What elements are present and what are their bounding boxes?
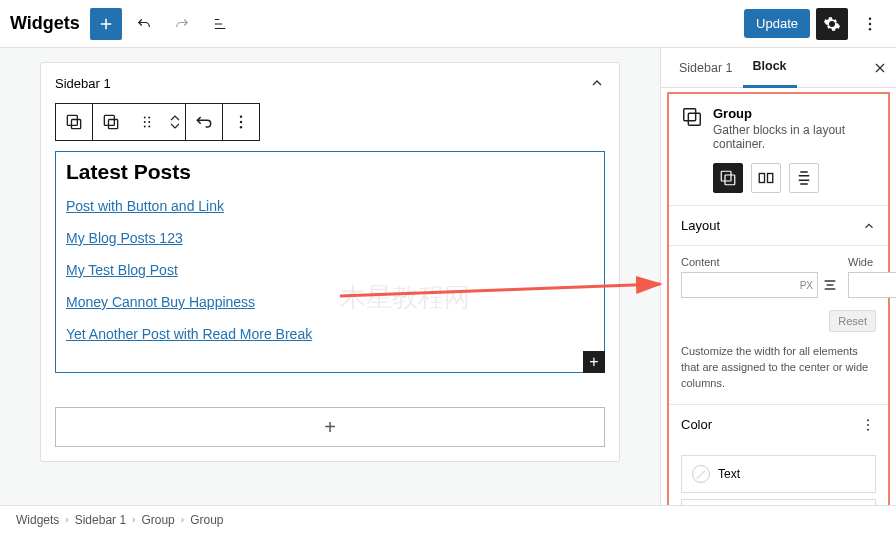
layout-panel-body: Content Wide Reset Customize the width f… [669,246,888,405]
inspector-sidebar: Sidebar 1 Block Group Gather blocks in a… [660,48,896,505]
post-link[interactable]: Money Cannot Buy Happiness [66,294,594,310]
svg-point-12 [148,126,150,128]
post-link[interactable]: My Test Blog Post [66,262,594,278]
topbar-right: Update [744,8,886,40]
more-options-button[interactable] [223,104,259,140]
svg-point-13 [240,116,242,118]
color-panel-body: Text Background [669,445,888,505]
align-button[interactable] [186,104,222,140]
layout-panel-header[interactable]: Layout [669,206,888,246]
svg-point-7 [144,117,146,119]
block-toolbar [55,103,605,141]
widget-area: Sidebar 1 Latest Posts Post with Button … [40,62,620,462]
topbar-left: Widgets [10,8,236,40]
color-text-button[interactable]: Text [681,455,876,493]
group-block[interactable]: Latest Posts Post with Button and Link M… [55,151,605,373]
svg-rect-24 [825,288,836,289]
align-center-icon [822,277,838,293]
widget-area-header[interactable]: Sidebar 1 [41,63,619,103]
content-width-input[interactable] [681,272,818,298]
block-title: Group [713,106,876,121]
variation-row-button[interactable] [751,163,781,193]
more-menu-button[interactable] [854,8,886,40]
svg-point-9 [144,121,146,123]
add-block-button[interactable] [90,8,122,40]
svg-point-8 [148,117,150,119]
crumb[interactable]: Sidebar 1 [75,513,126,527]
svg-rect-23 [827,284,834,285]
svg-rect-19 [725,175,735,185]
svg-point-2 [869,28,871,30]
svg-point-1 [869,22,871,24]
close-sidebar-button[interactable] [872,60,888,76]
tab-widget-area[interactable]: Sidebar 1 [669,48,743,88]
settings-button[interactable] [816,8,848,40]
more-options-icon[interactable] [860,417,876,433]
tab-block[interactable]: Block [743,48,797,88]
drag-handle[interactable] [129,104,165,140]
empty-swatch-icon [692,465,710,483]
svg-rect-18 [721,171,731,181]
svg-rect-17 [688,113,700,125]
svg-rect-5 [104,115,114,125]
svg-point-29 [867,424,869,426]
undo-button[interactable] [128,8,160,40]
parent-block-button[interactable] [56,104,92,140]
content-width-label: Content [681,256,838,268]
move-buttons[interactable] [165,104,185,140]
block-type-button[interactable] [93,104,129,140]
svg-point-30 [867,428,869,430]
svg-rect-21 [768,174,773,183]
layout-panel-title: Layout [681,218,720,233]
svg-point-28 [867,419,869,421]
chevron-up-icon [589,75,605,91]
list-view-button[interactable] [204,8,236,40]
reset-button[interactable]: Reset [829,310,876,332]
update-button[interactable]: Update [744,9,810,38]
color-panel-header[interactable]: Color [669,405,888,445]
add-block-appender[interactable]: + [55,407,605,447]
redo-button[interactable] [166,8,198,40]
wide-width-input[interactable] [848,272,896,298]
crumb[interactable]: Group [141,513,174,527]
crumb[interactable]: Group [190,513,223,527]
variation-picker [713,163,876,193]
crumb[interactable]: Widgets [16,513,59,527]
inspector-highlighted-area: Group Gather blocks in a layout containe… [667,92,890,505]
svg-point-14 [240,121,242,123]
variation-stack-button[interactable] [789,163,819,193]
svg-rect-3 [67,115,77,125]
block-card: Group Gather blocks in a layout containe… [669,94,888,206]
svg-point-15 [240,126,242,128]
editor-canvas: Sidebar 1 Latest Posts Post with Button … [0,48,660,505]
svg-point-10 [148,121,150,123]
svg-point-11 [144,126,146,128]
block-appender-button[interactable]: + [583,351,605,373]
block-description: Gather blocks in a layout container. [713,123,876,151]
breadcrumb: Widgets› Sidebar 1› Group› Group [0,505,896,533]
layout-help-text: Customize the width for all elements tha… [681,344,876,392]
widget-area-title: Sidebar 1 [55,76,111,91]
svg-rect-4 [72,120,81,129]
latest-posts-heading: Latest Posts [66,160,594,184]
group-icon [681,106,703,128]
post-link[interactable]: My Blog Posts 123 [66,230,594,246]
variation-group-button[interactable] [713,163,743,193]
wide-width-label: Wide [848,256,896,268]
svg-rect-20 [759,174,764,183]
svg-rect-22 [825,280,836,281]
post-link[interactable]: Post with Button and Link [66,198,594,214]
sidebar-tabs: Sidebar 1 Block [661,48,896,88]
svg-point-0 [869,17,871,19]
color-panel-title: Color [681,417,712,432]
svg-rect-6 [109,120,118,129]
svg-rect-16 [684,109,696,121]
post-link[interactable]: Yet Another Post with Read More Break [66,326,594,342]
chevron-up-icon [862,219,876,233]
page-title: Widgets [10,13,80,34]
topbar: Widgets Update [0,0,896,48]
